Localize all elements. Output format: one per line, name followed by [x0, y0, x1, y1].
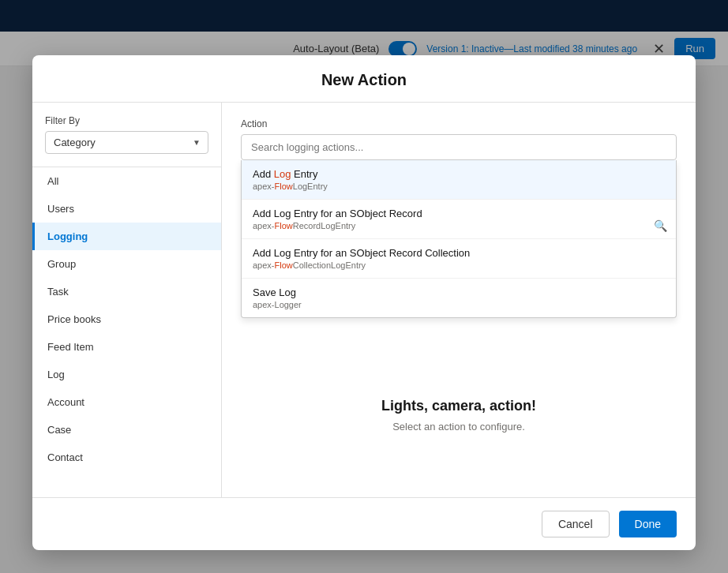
sidebar-item-case[interactable]: Case	[32, 416, 221, 444]
sidebar-item-log[interactable]: Log	[32, 361, 221, 388]
cancel-button[interactable]: Cancel	[542, 511, 610, 537]
filter-label: Filter By	[45, 115, 208, 126]
modal-header: New Action	[32, 55, 696, 103]
sidebar-list: All Users Logging Group Task P	[32, 167, 221, 497]
sidebar-item-users[interactable]: Users	[32, 195, 221, 223]
dropdown-item-add-log-collection[interactable]: Add Log Entry for an SObject Record Coll…	[242, 239, 676, 279]
dropdown-item-subtitle: apex-FlowLogEntry	[253, 182, 665, 191]
filter-select[interactable]: Category	[45, 131, 208, 154]
dropdown-item-add-log-sobject[interactable]: Add Log Entry for an SObject Record apex…	[242, 200, 676, 239]
sidebar-item-all[interactable]: All	[32, 167, 221, 195]
sidebar-item-task[interactable]: Task	[32, 278, 221, 305]
search-icon: 🔍	[654, 219, 667, 232]
main-content: Action 🔍 Add Log Entry apex-FlowLogEntry	[222, 103, 696, 497]
modal-body: Filter By Category All Users	[32, 103, 696, 497]
sidebar-item-feeditem[interactable]: Feed Item	[32, 333, 221, 361]
action-label: Action	[241, 118, 677, 129]
modal-overlay: New Action Filter By Category All	[0, 0, 728, 573]
search-input[interactable]	[241, 134, 677, 160]
dropdown-item-title-3: Add Log Entry for an SObject Record Coll…	[253, 247, 665, 259]
sidebar: Filter By Category All Users	[32, 103, 222, 497]
empty-state-subtitle: Select an action to configure.	[392, 421, 525, 433]
sidebar-item-account[interactable]: Account	[32, 388, 221, 416]
subtitle-highlight: Flow	[275, 182, 293, 191]
sidebar-item-logging[interactable]: Logging	[32, 223, 221, 250]
dropdown-list: Add Log Entry apex-FlowLogEntry Add Log …	[241, 160, 677, 318]
dropdown-item-subtitle-3: apex-FlowCollectionLogEntry	[253, 260, 665, 270]
title-highlight: Log	[274, 168, 291, 180]
dropdown-item-add-log-entry[interactable]: Add Log Entry apex-FlowLogEntry	[242, 160, 676, 200]
dropdown-item-title: Add Log Entry	[253, 168, 665, 180]
subtitle-highlight-3: Flow	[275, 260, 293, 270]
done-button[interactable]: Done	[619, 511, 677, 537]
dropdown-item-save-log[interactable]: Save Log apex-Logger	[242, 279, 676, 317]
search-container: 🔍 Add Log Entry apex-FlowLogEntry	[241, 134, 677, 318]
sidebar-item-pricebooks[interactable]: Price books	[32, 305, 221, 333]
subtitle-highlight-2: Flow	[275, 221, 293, 230]
sidebar-item-group[interactable]: Group	[32, 250, 221, 278]
sidebar-item-contact[interactable]: Contact	[32, 444, 221, 471]
dropdown-item-subtitle-2: apex-FlowRecordLogEntry	[253, 221, 665, 230]
modal: New Action Filter By Category All	[32, 55, 696, 550]
filter-select-wrapper: Category	[45, 131, 208, 154]
modal-footer: Cancel Done	[32, 497, 696, 550]
dropdown-item-subtitle-4: apex-Logger	[253, 300, 665, 309]
filter-section: Filter By Category	[32, 103, 221, 167]
empty-state: Lights, camera, action! Select an action…	[241, 318, 677, 481]
dropdown-item-title-4: Save Log	[253, 286, 665, 298]
empty-state-title: Lights, camera, action!	[381, 398, 536, 414]
modal-title: New Action	[51, 71, 677, 89]
dropdown-item-title-2: Add Log Entry for an SObject Record	[253, 208, 665, 219]
